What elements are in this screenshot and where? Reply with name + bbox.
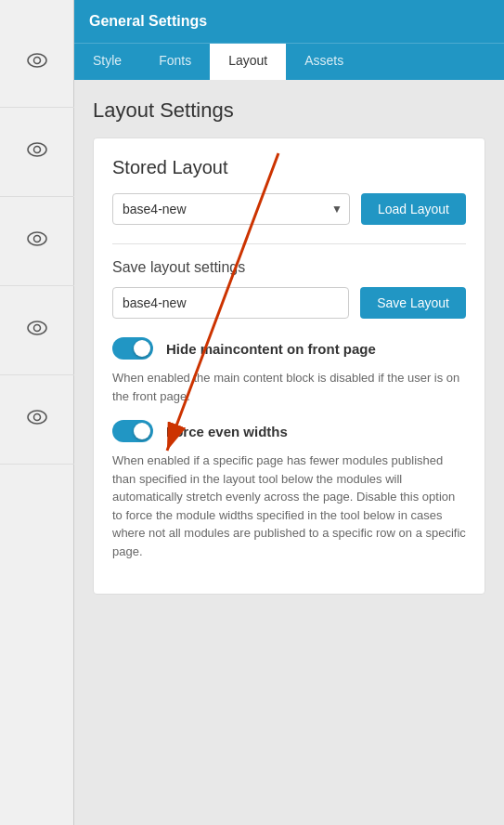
eye-icon-5 xyxy=(27,410,47,429)
toggle-description-2: When enabled if a specific page has fewe… xyxy=(112,452,466,560)
toggle-knob-2 xyxy=(134,423,150,439)
svg-point-9 xyxy=(33,414,40,421)
svg-point-2 xyxy=(28,143,46,156)
svg-point-3 xyxy=(33,147,40,153)
eye-icon-4 xyxy=(27,321,47,340)
content-area: Layout Settings Stored Layout base4-new … xyxy=(74,80,504,628)
toggle-label-2: Force even widths xyxy=(166,424,288,439)
svg-point-5 xyxy=(33,236,40,242)
page-title: Layout Settings xyxy=(93,98,485,123)
toggle-label-1: Hide maincontent on front page xyxy=(166,341,376,357)
force-even-widths-toggle[interactable] xyxy=(112,420,153,442)
tab-assets[interactable]: Assets xyxy=(286,44,362,80)
save-layout-button[interactable]: Save Layout xyxy=(360,287,466,319)
save-section-title: Save layout settings xyxy=(112,259,466,276)
toggle-row-2: Force even widths xyxy=(112,420,466,442)
svg-point-0 xyxy=(28,54,46,67)
svg-point-1 xyxy=(33,58,40,64)
toggle-description-1: When enabled the main content block is d… xyxy=(112,369,466,405)
tabs-bar: Style Fonts Layout Assets xyxy=(74,43,504,80)
eye-icon-2 xyxy=(27,142,47,162)
layout-select[interactable]: base4-new xyxy=(112,193,350,225)
svg-point-8 xyxy=(28,411,46,424)
sidebar-item-1[interactable] xyxy=(0,19,74,108)
sidebar-item-3[interactable] xyxy=(0,197,74,286)
svg-point-7 xyxy=(33,325,40,332)
tab-layout[interactable]: Layout xyxy=(210,44,286,80)
svg-point-4 xyxy=(28,232,46,245)
header-title: General Settings xyxy=(89,13,207,29)
eye-icon-1 xyxy=(27,53,47,72)
stored-layout-card: Stored Layout base4-new ▼ Load Layout Sa… xyxy=(93,138,485,595)
header: General Settings xyxy=(74,0,504,43)
divider-1 xyxy=(112,243,466,244)
sidebar-item-5[interactable] xyxy=(0,375,74,465)
main-content: General Settings Style Fonts Layout Asse… xyxy=(74,0,504,825)
left-sidebar xyxy=(0,0,74,825)
load-layout-button[interactable]: Load Layout xyxy=(361,193,466,225)
sidebar-item-4[interactable] xyxy=(0,286,74,375)
hide-maincontent-toggle[interactable] xyxy=(112,337,153,360)
tab-style[interactable]: Style xyxy=(74,44,140,80)
stored-layout-row: base4-new ▼ Load Layout xyxy=(112,193,466,225)
toggle-knob-1 xyxy=(134,340,150,357)
tab-fonts[interactable]: Fonts xyxy=(140,44,210,80)
toggle-row-1: Hide maincontent on front page xyxy=(112,337,466,360)
card-title: Stored Layout xyxy=(112,157,466,178)
layout-select-wrapper: base4-new ▼ xyxy=(112,193,350,225)
layout-name-input[interactable] xyxy=(112,287,349,319)
sidebar-item-2[interactable] xyxy=(0,108,74,197)
svg-point-6 xyxy=(28,321,46,334)
eye-icon-3 xyxy=(27,231,47,251)
save-layout-row: Save Layout xyxy=(112,287,466,319)
